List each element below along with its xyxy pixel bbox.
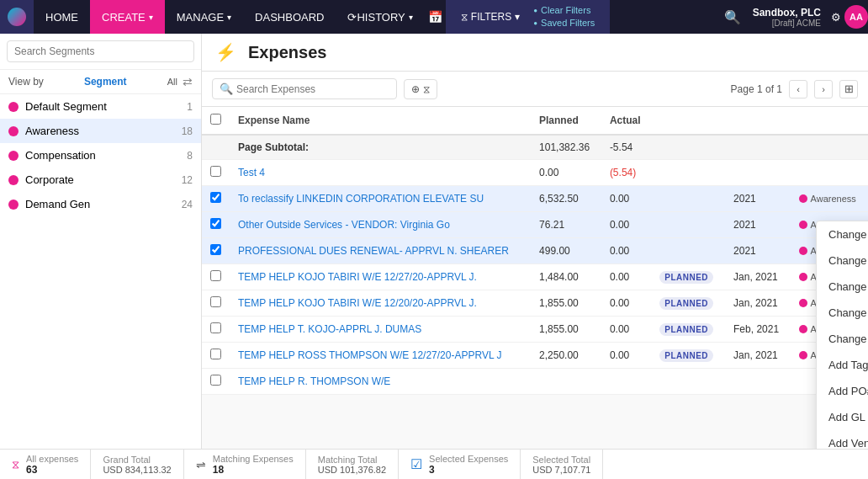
- sidebar-search-input[interactable]: [7, 40, 194, 62]
- expense-name-cell: To reclassify LINKEDIN CORPORATION ELEVA…: [230, 186, 531, 212]
- selected-expenses-section: ☑ Selected Expenses 3: [399, 450, 521, 479]
- planned-cell: 76.21: [531, 212, 601, 238]
- expense-name-link[interactable]: To reclassify LINKEDIN CORPORATION ELEVA…: [238, 193, 484, 205]
- next-page-button[interactable]: ›: [814, 80, 833, 98]
- table-body: Page Subtotal: 101,382.36 -5.54 Test 4 0…: [202, 135, 868, 395]
- planned-cell: 6,532.50: [531, 186, 601, 212]
- segment-dropdown[interactable]: Segment: [84, 76, 127, 88]
- row-checkbox[interactable]: [210, 322, 221, 333]
- status-badge: PLANNED: [659, 271, 713, 284]
- all-expenses-section: ⧖ All expenses 63: [0, 450, 91, 479]
- expense-name-link[interactable]: Other Outside Services - VENDOR: Virgini…: [238, 219, 450, 231]
- nav-dashboard[interactable]: DASHBOARD: [243, 0, 336, 34]
- filters-button[interactable]: ⧖ FILTERS ▾: [454, 11, 527, 23]
- nav-home[interactable]: HOME: [34, 0, 90, 34]
- segment-badge-dot: [799, 247, 807, 255]
- context-change-owner[interactable]: Change Owner: [817, 274, 868, 300]
- nav-logo[interactable]: [0, 0, 34, 34]
- date-cell: [725, 160, 791, 186]
- context-change-type[interactable]: Change Type: [817, 247, 868, 274]
- sidebar-item-corporate[interactable]: Corporate 12: [0, 168, 201, 192]
- expense-name-link[interactable]: TEMP HELP KOJO TABIRI W/E 12/27/20-APPRV…: [238, 271, 477, 283]
- sidebar-item-demand-gen[interactable]: Demand Gen 24: [0, 192, 201, 216]
- row-checkbox[interactable]: [210, 375, 221, 386]
- context-change-status[interactable]: Change Status: [817, 221, 868, 247]
- segment-cell: Awareness: [791, 186, 868, 212]
- row-checkbox[interactable]: [210, 192, 221, 203]
- expense-name-cell: TEMP HELP R. THOMPSON W/E: [230, 369, 531, 395]
- nav-history[interactable]: ⟳ HISTORY ▾: [336, 0, 424, 34]
- settings-icon[interactable]: ⚙: [828, 11, 844, 24]
- sidebar-search-container: [0, 34, 201, 70]
- context-change-parent[interactable]: Change Parent: [817, 326, 868, 352]
- pagination-label: Page 1 of 1: [731, 83, 782, 95]
- saved-filters-link[interactable]: Saved Filters: [533, 17, 595, 29]
- actual-cell: 0.00: [601, 264, 651, 290]
- context-add-po[interactable]: Add PO#: [817, 378, 868, 404]
- table-row: TEMP HELP KOJO TABIRI W/E 12/20/20-APPRV…: [202, 290, 868, 317]
- nav-create-arrow: ▾: [149, 13, 153, 22]
- selected-label: Selected Expenses: [429, 454, 508, 464]
- nav-create[interactable]: CREATE ▾: [90, 0, 165, 34]
- subtotal-row: Page Subtotal: 101,382.36 -5.54: [202, 135, 868, 160]
- nav-search-icon[interactable]: 🔍: [719, 9, 746, 25]
- calendar-icon[interactable]: 📅: [425, 10, 446, 24]
- expense-name-link[interactable]: TEMP HELP KOJO TABIRI W/E 12/20/20-APPRV…: [238, 297, 477, 309]
- add-filter-button[interactable]: ⊕ ⧖: [404, 79, 437, 99]
- nav-manage[interactable]: MANAGE ▾: [165, 0, 243, 34]
- sidebar-item-default-segment[interactable]: Default Segment 1: [0, 94, 201, 119]
- logo-icon: [8, 8, 26, 26]
- expenses-search-input[interactable]: [236, 83, 389, 95]
- matching-total-label: Matching Total: [318, 455, 386, 465]
- expense-name-cell: TEMP HELP KOJO TABIRI W/E 12/20/20-APPRV…: [230, 290, 531, 317]
- row-checkbox-cell: [202, 160, 230, 186]
- context-add-tag[interactable]: Add Tag: [817, 352, 868, 378]
- expenses-icon: ⚡: [215, 42, 236, 62]
- expense-name-link[interactable]: TEMP HELP ROSS THOMPSON W/E 12/27/20-APP…: [238, 349, 501, 361]
- context-add-gl[interactable]: Add GL Code: [817, 404, 868, 430]
- subtotal-planned: 101,382.36: [531, 135, 601, 160]
- expense-name-link[interactable]: TEMP HELP T. KOJO-APPRL J. DUMAS: [238, 323, 421, 335]
- selected-count: 3: [429, 464, 508, 476]
- expense-name-cell: Test 4: [230, 160, 531, 186]
- segment-name: Demand Gen: [25, 198, 182, 210]
- close-table-button[interactable]: ⊞: [839, 80, 858, 98]
- context-change-segment[interactable]: Change Segment or Rule: [817, 300, 868, 326]
- actual-value: 0.00: [610, 349, 629, 361]
- status-cell: PLANNED: [651, 343, 725, 369]
- user-avatar[interactable]: AA: [844, 5, 868, 29]
- row-checkbox[interactable]: [210, 349, 221, 359]
- selected-total-value: USD 7,107.71: [532, 465, 590, 475]
- all-toggle[interactable]: All: [167, 77, 177, 87]
- sidebar-item-awareness[interactable]: Awareness 18: [0, 119, 201, 143]
- date-cell: 2021: [725, 212, 791, 238]
- select-all-checkbox[interactable]: [210, 114, 221, 125]
- row-checkbox[interactable]: [210, 218, 221, 229]
- expense-name-link[interactable]: Test 4: [238, 167, 265, 178]
- planned-cell: 499.00: [531, 238, 601, 264]
- context-add-vendor[interactable]: Add Vendor: [817, 430, 868, 449]
- header-checkbox-cell: [202, 107, 230, 135]
- add-segment-icon[interactable]: ⇄: [183, 75, 193, 88]
- expense-name-link[interactable]: PROFESSIONAL DUES RENEWAL- APPRVL N. SHE…: [238, 245, 509, 257]
- matching-total-section: Matching Total USD 101,376.82: [306, 450, 399, 479]
- clear-filters-link[interactable]: Clear Filters: [533, 4, 595, 17]
- sidebar-item-compensation[interactable]: Compensation 8: [0, 143, 201, 168]
- view-actions: All ⇄: [167, 75, 193, 88]
- row-checkbox[interactable]: [210, 244, 221, 255]
- row-checkbox[interactable]: [210, 166, 221, 177]
- prev-page-button[interactable]: ‹: [789, 80, 807, 98]
- row-checkbox[interactable]: [210, 296, 221, 307]
- expense-name-link[interactable]: TEMP HELP R. THOMPSON W/E: [238, 375, 390, 387]
- row-checkbox-cell: [202, 186, 230, 212]
- planned-cell: 1,855.00: [531, 317, 601, 343]
- planned-cell: 1,855.00: [531, 290, 601, 317]
- nav-account[interactable]: Sandbox, PLC [Draft] ACME: [746, 7, 828, 28]
- segment-badge-dot: [799, 351, 807, 359]
- sidebar-view-by: View by Segment All ⇄: [0, 70, 201, 94]
- row-checkbox[interactable]: [210, 270, 221, 281]
- context-menu: Change Status Change Type Change Owner C…: [816, 221, 868, 449]
- table-row: Other Outside Services - VENDOR: Virgini…: [202, 212, 868, 238]
- table-header-row: Expense Name Planned Actual: [202, 107, 868, 135]
- planned-cell: 2,250.00: [531, 343, 601, 369]
